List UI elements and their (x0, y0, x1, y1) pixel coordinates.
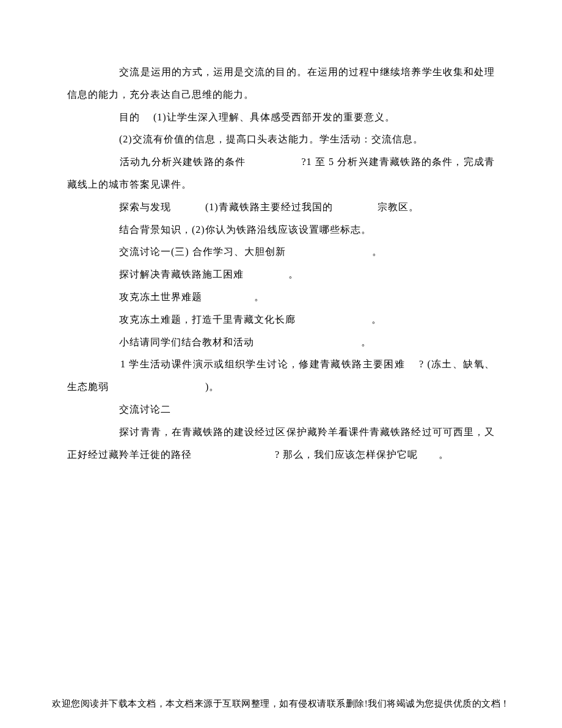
paragraph-12: 1 学生活动课件演示或组织学生讨论，修建青藏铁路主要困难 ? (冻土、缺氧、生态… (67, 353, 495, 399)
paragraph-4: 活动九分析兴建铁路的条件 ?1 至 5 分析兴建青藏铁路的条件，完成青藏线上的城… (67, 151, 495, 196)
page-footer: 欢迎您阅读并下载本文档，本文档来源于互联网整理，如有侵权请联系删除!我们将竭诚为… (0, 698, 562, 710)
paragraph-5: 探索与发现 (1)青藏铁路主要经过我国的 宗教区。 (67, 196, 495, 219)
paragraph-13: 交流讨论二 (67, 399, 495, 421)
paragraph-10: 攻克冻土难题，打造千里青藏文化长廊 。 (67, 309, 495, 331)
paragraph-7: 交流讨论一(三) 合作学习、大胆创新 。 (67, 241, 495, 263)
paragraph-9: 攻克冻土世界难题 。 (67, 286, 495, 309)
paragraph-14: 探讨青青，在青藏铁路的建设经过区保护藏羚羊看课件青藏铁路经过可可西里，又正好经过… (67, 421, 495, 466)
document-page: 交流是运用的方式，运用是交流的目的。在运用的过程中继续培养学生收集和处理信息的能… (0, 0, 562, 466)
paragraph-6: 结合背景知识，(2)你认为铁路沿线应该设置哪些标志。 (67, 219, 495, 241)
paragraph-3: (2)交流有价值的信息，提高口头表达能力。学生活动：交流信息。 (67, 128, 495, 151)
paragraph-1: 交流是运用的方式，运用是交流的目的。在运用的过程中继续培养学生收集和处理信息的能… (67, 61, 495, 106)
paragraph-2: 目的 (1)让学生深入理解、具体感受西部开发的重要意义。 (67, 106, 495, 129)
paragraph-11: 小结请同学们结合教材和活动 。 (67, 331, 495, 354)
paragraph-8: 探讨解决青藏铁路施工困难 。 (67, 263, 495, 286)
